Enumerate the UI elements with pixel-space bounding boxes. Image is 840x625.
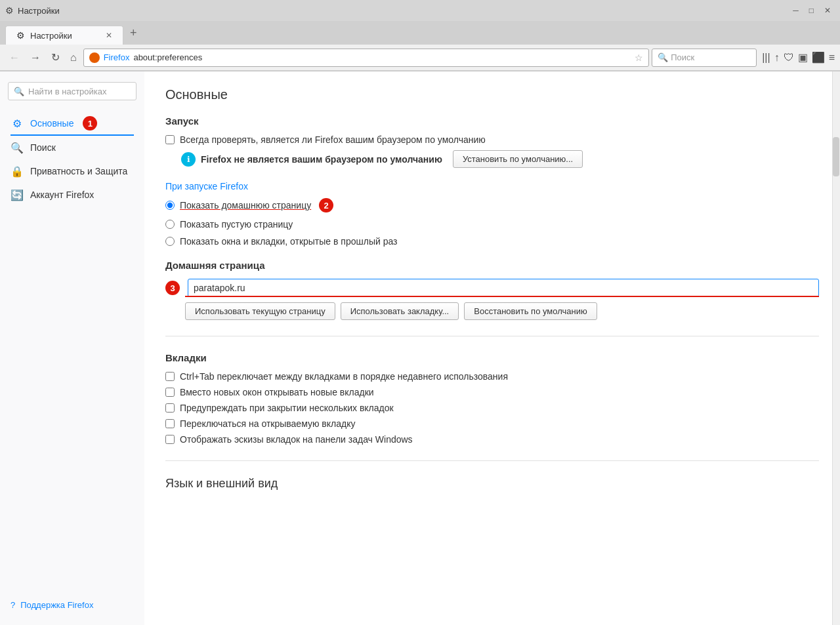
- restore-default-button[interactable]: Восстановить по умолчанию: [464, 302, 597, 320]
- tab-label-0: Ctrl+Tab переключает между вкладками в п…: [180, 371, 508, 382]
- scrollbar-track[interactable]: [832, 71, 840, 625]
- new-tab-button[interactable]: +: [123, 22, 144, 44]
- set-default-button[interactable]: Установить по умолчанию...: [453, 150, 583, 168]
- home-button[interactable]: ⌂: [66, 49, 81, 66]
- refresh-button[interactable]: ↻: [47, 49, 64, 66]
- sidebar-item-general[interactable]: ⚙ Основные 1: [0, 111, 144, 136]
- tab-bar: ⚙ Настройки ✕ +: [0, 21, 840, 45]
- sidebar-item-label: Приватность и Защита: [30, 166, 127, 176]
- search-placeholder: Поиск: [671, 52, 694, 62]
- active-tab[interactable]: ⚙ Настройки ✕: [5, 26, 123, 45]
- default-browser-warning: ℹ Firefox не является вашим браузером по…: [181, 150, 819, 168]
- screenshot-icon[interactable]: ⬛: [812, 51, 825, 64]
- startup-radio-home[interactable]: [165, 201, 175, 210]
- badge-2: 2: [319, 198, 333, 212]
- section-divider-2: [165, 460, 819, 461]
- startup-option-blank: Показать пустую страницу: [165, 219, 819, 230]
- tab-option-1: Вместо новых окон открывать новые вкладк…: [165, 387, 819, 397]
- default-browser-checkbox[interactable]: [165, 135, 175, 144]
- tab-checkbox-1[interactable]: [165, 388, 175, 397]
- tab-option-2: Предупреждать при закрытии нескольких вк…: [165, 403, 819, 413]
- close-button[interactable]: ✕: [820, 3, 835, 18]
- sidebar-item-sync[interactable]: 🔄 Аккаунт Firefox: [0, 183, 144, 207]
- sidebar-item-label: Основные: [30, 118, 74, 129]
- tab-label-4: Отображать эскизы вкладок на панели зада…: [180, 434, 413, 445]
- tab-option-3: Переключаться на открываемую вкладку: [165, 418, 819, 429]
- tab-checkbox-0[interactable]: [165, 372, 175, 381]
- tab-icon: ⚙: [16, 30, 25, 41]
- menu-icon[interactable]: ≡: [829, 52, 835, 64]
- startup-radio-last[interactable]: [165, 237, 175, 246]
- tab-close-button[interactable]: ✕: [106, 31, 112, 40]
- page-layout: 🔍 Найти в настройках ⚙ Основные 1 🔍 Поис…: [0, 71, 840, 625]
- window-title: Настройки: [18, 6, 60, 16]
- lang-section-title: Язык и внешний вид: [165, 477, 819, 491]
- sidebar-item-privacy[interactable]: 🔒 Приватность и Защита: [0, 159, 144, 183]
- toolbar-icons: ||| ↑ 🛡 ▣ ⬛ ≡: [762, 51, 835, 64]
- app-icon: ⚙: [5, 5, 14, 16]
- general-icon: ⚙: [10, 117, 24, 130]
- page-title: Основные: [165, 87, 819, 102]
- section-divider: [165, 336, 819, 336]
- nav-bar: ← → ↻ ⌂ Firefox about:preferences ☆ 🔍 По…: [0, 45, 840, 71]
- startup-option-home: Показать домашнюю страницу 2: [165, 198, 819, 212]
- tab-option-0: Ctrl+Tab переключает между вкладками в п…: [165, 371, 819, 382]
- tabs-title: Вкладки: [165, 352, 819, 363]
- sidebar-item-label: Аккаунт Firefox: [30, 190, 94, 200]
- warning-text: Firefox не является вашим браузером по у…: [201, 154, 442, 165]
- address-bar[interactable]: Firefox about:preferences ☆: [83, 49, 650, 67]
- minimize-button[interactable]: ─: [789, 3, 803, 18]
- sidebar: 🔍 Найти в настройках ⚙ Основные 1 🔍 Поис…: [0, 71, 144, 625]
- back-button[interactable]: ←: [5, 49, 24, 66]
- warning-icon: ℹ: [181, 152, 196, 167]
- tab-label-2: Предупреждать при закрытии нескольких вк…: [180, 403, 394, 413]
- forward-button[interactable]: →: [26, 49, 45, 66]
- maximize-button[interactable]: □: [805, 3, 818, 18]
- startup-option-home-label: Показать домашнюю страницу: [180, 200, 311, 211]
- badge-1: 1: [83, 116, 97, 131]
- tab-label: Настройки: [30, 31, 72, 41]
- homepage-input-row: 3: [165, 279, 819, 297]
- sync-icon[interactable]: ↑: [774, 52, 780, 64]
- sync-nav-icon: 🔄: [10, 188, 24, 201]
- tabs-checkboxes: Ctrl+Tab переключает между вкладками в п…: [165, 371, 819, 445]
- tab-checkbox-3[interactable]: [165, 419, 175, 428]
- browser-search-bar[interactable]: 🔍 Поиск: [652, 49, 757, 67]
- search-placeholder: Найти в настройках: [28, 87, 107, 96]
- startup-option-last-label: Показать окна и вкладки, открытые в прош…: [180, 236, 398, 247]
- support-link[interactable]: ? Поддержка Firefox: [0, 595, 104, 615]
- library-icon[interactable]: |||: [762, 52, 770, 64]
- search-icon: 🔍: [658, 52, 668, 62]
- search-nav-icon: 🔍: [10, 141, 24, 154]
- scrollbar-thumb[interactable]: [833, 137, 839, 176]
- bookmark-star-icon[interactable]: ☆: [635, 52, 643, 63]
- startup-option-blank-label: Показать пустую страницу: [180, 219, 293, 230]
- reader-icon[interactable]: ▣: [798, 51, 808, 64]
- browser-chrome: ⚙ Настройки ─ □ ✕ ⚙ Настройки ✕ + ← → ↻ …: [0, 0, 840, 71]
- address-text: about:preferences: [133, 52, 631, 62]
- use-current-page-button[interactable]: Использовать текущую страницу: [185, 302, 335, 320]
- lock-icon: 🔒: [10, 165, 24, 178]
- homepage-buttons: Использовать текущую страницу Использова…: [185, 302, 819, 320]
- startup-option-last: Показать окна и вкладки, открытые в прош…: [165, 236, 819, 247]
- tab-label-1: Вместо новых окон открывать новые вкладк…: [180, 387, 374, 397]
- on-startup-section: При запуске Firefox Показать домашнюю ст…: [165, 181, 819, 247]
- homepage-input[interactable]: [188, 279, 819, 297]
- support-label: Поддержка Firefox: [20, 600, 93, 610]
- tab-checkbox-4[interactable]: [165, 435, 175, 444]
- tab-label-3: Переключаться на открываемую вкладку: [180, 418, 355, 429]
- tabs-section: Вкладки Ctrl+Tab переключает между вклад…: [165, 352, 819, 445]
- use-bookmark-button[interactable]: Использовать закладку...: [341, 302, 459, 320]
- sidebar-item-search[interactable]: 🔍 Поиск: [0, 136, 144, 159]
- support-icon: ?: [10, 600, 15, 610]
- sidebar-item-label: Поиск: [30, 142, 56, 153]
- badge-3: 3: [165, 281, 180, 295]
- title-bar: ⚙ Настройки ─ □ ✕: [0, 0, 840, 21]
- on-startup-label: При запуске Firefox: [165, 181, 819, 192]
- shield-icon[interactable]: 🛡: [784, 52, 794, 64]
- preferences-search[interactable]: 🔍 Найти в настройках: [8, 82, 136, 100]
- startup-radio-blank[interactable]: [165, 220, 175, 229]
- tab-checkbox-2[interactable]: [165, 403, 175, 413]
- default-browser-label: Всегда проверять, является ли Firefox ва…: [180, 134, 486, 145]
- firefox-icon: [89, 52, 100, 63]
